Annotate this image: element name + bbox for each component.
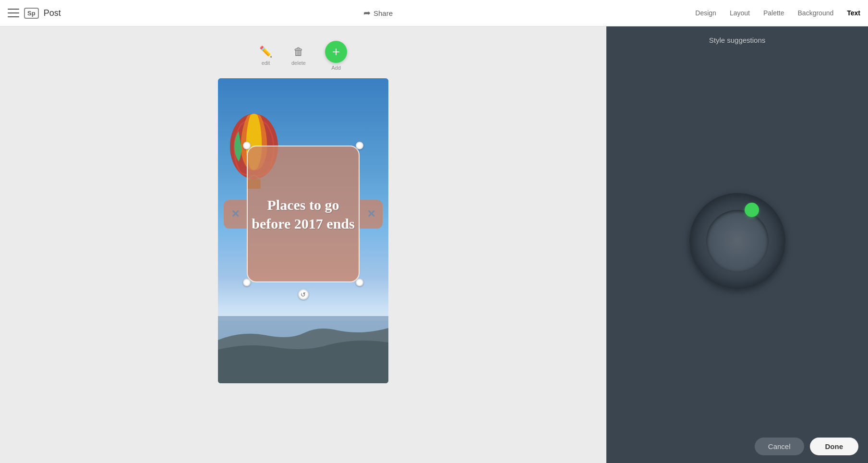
header: Sp Post ➦ Share Design Layout Palette Ba… — [0, 0, 868, 26]
nav-background[interactable]: Background — [798, 7, 834, 19]
edit-icon: ✏️ — [259, 46, 272, 58]
delete-label: delete — [291, 60, 306, 66]
right-panel: Style suggestions Cancel Done — [606, 26, 868, 463]
edit-tool[interactable]: ✏️ edit — [259, 46, 272, 66]
delete-icon: 🗑 — [293, 46, 304, 58]
header-left: Sp Post — [8, 8, 61, 19]
nav-design[interactable]: Design — [695, 7, 716, 19]
style-circle-inner — [706, 210, 769, 272]
post-card: ✕ ✕ ↺ Places to go before 2017 e — [218, 78, 388, 383]
add-button[interactable]: + — [325, 41, 347, 63]
cancel-button[interactable]: Cancel — [755, 438, 804, 455]
menu-icon[interactable] — [8, 9, 19, 17]
green-dot — [745, 203, 759, 217]
delete-tool[interactable]: 🗑 delete — [291, 46, 306, 66]
arrow-tab-left[interactable]: ✕ — [224, 200, 247, 229]
x-mark-right: ✕ — [367, 208, 375, 220]
canvas-area: ✏️ edit 🗑 delete + Add — [0, 26, 606, 463]
header-center: ➦ Share — [61, 8, 696, 18]
arrow-tab-right[interactable]: ✕ — [360, 200, 383, 229]
nav-palette[interactable]: Palette — [763, 7, 784, 19]
handle-top-left[interactable] — [243, 142, 251, 149]
handle-top-right[interactable] — [356, 142, 363, 149]
done-button[interactable]: Done — [810, 438, 859, 455]
handle-bottom-left[interactable] — [243, 279, 251, 286]
add-label: Add — [331, 65, 341, 71]
header-nav: Design Layout Palette Background Text — [695, 7, 860, 19]
panel-title: Style suggestions — [606, 26, 868, 52]
logo-box: Sp — [24, 8, 39, 19]
text-overlay-container[interactable]: ✕ ✕ ↺ Places to go before 2017 e — [247, 146, 360, 282]
nav-layout[interactable]: Layout — [730, 7, 750, 19]
share-label: Share — [374, 9, 393, 17]
style-circle-outer[interactable] — [689, 193, 785, 289]
overlay-text: Places to go before 2017 ends — [247, 191, 360, 238]
canvas-toolbar: ✏️ edit 🗑 delete + Add — [259, 41, 347, 71]
app-title: Post — [44, 8, 61, 18]
share-button[interactable]: ➦ Share — [363, 8, 393, 18]
style-circle-container — [606, 52, 868, 430]
rotate-handle[interactable]: ↺ — [298, 289, 309, 300]
edit-label: edit — [262, 60, 270, 66]
main: ✏️ edit 🗑 delete + Add — [0, 26, 868, 463]
x-mark-left: ✕ — [231, 208, 240, 220]
share-icon: ➦ — [363, 8, 371, 18]
post-background: ✕ ✕ ↺ Places to go before 2017 e — [218, 78, 388, 383]
add-tool[interactable]: + Add — [325, 41, 347, 71]
handle-bottom-right[interactable] — [356, 279, 363, 286]
nav-text[interactable]: Text — [847, 7, 860, 19]
panel-footer: Cancel Done — [606, 430, 868, 463]
logo-text: Sp — [27, 10, 36, 17]
